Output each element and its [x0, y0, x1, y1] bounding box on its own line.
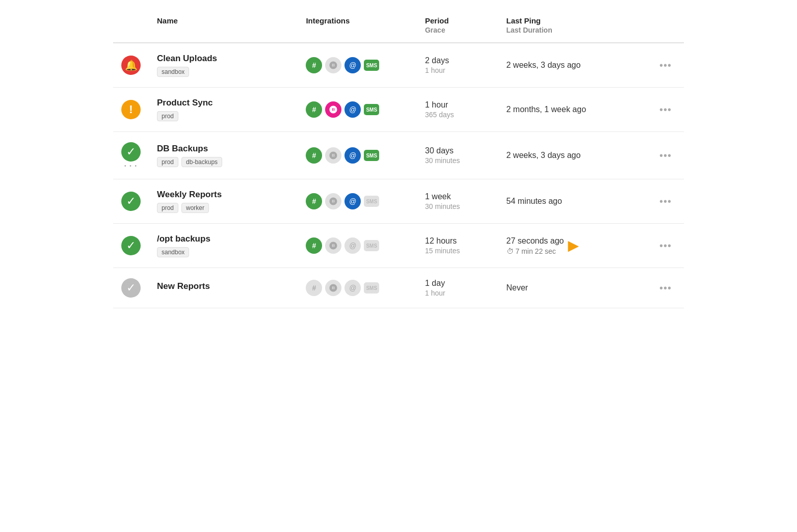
actions-menu-button[interactable]: ••• [655, 194, 676, 209]
tags-container: proddb-backups [157, 157, 289, 167]
actions-cell[interactable]: ••• [647, 224, 684, 268]
ping-info: Never [507, 283, 528, 292]
grace-value: 1 hour [425, 289, 490, 297]
ping-row: 54 minutes ago [507, 197, 639, 206]
actions-cell[interactable]: ••• [647, 88, 684, 132]
grace-value: 365 days [425, 111, 490, 119]
integration-icons: # @ SMS [306, 57, 409, 73]
ping-row: 2 months, 1 week ago [507, 105, 639, 114]
status-sub: ✓ [121, 236, 141, 255]
sms-integration-icon: SMS [364, 104, 379, 115]
actions-menu-button[interactable]: ••• [655, 280, 676, 296]
ping-row: 2 weeks, 3 days ago [507, 61, 639, 70]
period-value: 2 days [425, 56, 490, 65]
ping-info: 54 minutes ago [507, 197, 562, 206]
col-actions [647, 10, 684, 43]
actions-menu-button[interactable]: ••• [655, 102, 676, 118]
tag: db-backups [181, 157, 222, 167]
main-container: Name Integrations Period Grace Last Ping… [93, 0, 704, 318]
email-integration-icon: @ [344, 193, 361, 209]
status-dots: • • • [124, 163, 138, 169]
webhook-integration-icon [325, 101, 341, 118]
ping-cell: 27 seconds ago ⏱ 7 min 22 sec ◀ [498, 224, 647, 268]
actions-cell[interactable]: ••• [647, 43, 684, 88]
tag: prod [157, 111, 178, 121]
name-cell[interactable]: /opt backups sandbox [149, 224, 298, 268]
status-cell: ✓ [113, 224, 149, 268]
grace-value: 1 hour [425, 66, 490, 74]
period-value: 12 hours [425, 236, 490, 246]
ping-info: 2 weeks, 3 days ago [507, 61, 581, 70]
status-ok-icon: ✓ [121, 142, 141, 162]
hash-integration-icon: # [306, 193, 322, 209]
duration-value: 7 min 22 sec [516, 247, 556, 255]
table-row: 🔔 Clean Uploads sandbox # @ SMS 2 days 1… [113, 43, 684, 88]
integrations-cell: # @ SMS [298, 268, 417, 308]
name-cell[interactable]: Product Sync prod [149, 88, 298, 132]
integrations-cell: # @ SMS [298, 179, 417, 224]
last-ping-value: Never [507, 283, 528, 292]
period-cell: 1 hour 365 days [417, 88, 498, 132]
status-warning-icon: ! [121, 100, 141, 119]
period-cell: 1 day 1 hour [417, 268, 498, 308]
ping-cell: 2 weeks, 3 days ago [498, 43, 647, 88]
last-ping-value: 54 minutes ago [507, 197, 562, 206]
col-integrations: Integrations [298, 10, 417, 43]
period-cell: 2 days 1 hour [417, 43, 498, 88]
period-value: 30 days [425, 146, 490, 155]
hash-integration-icon: # [306, 237, 322, 254]
email-integration-icon: @ [344, 101, 361, 118]
webhook-integration-icon [325, 147, 341, 164]
status-cell: 🔔 [113, 43, 149, 88]
sms-integration-icon: SMS [364, 60, 379, 71]
actions-cell[interactable]: ••• [647, 132, 684, 179]
status-cell: ! [113, 88, 149, 132]
ping-cell: Never [498, 268, 647, 308]
ping-row: 2 weeks, 3 days ago [507, 151, 639, 160]
integration-icons: # @ SMS [306, 237, 409, 254]
name-cell[interactable]: DB Backups proddb-backups [149, 132, 298, 179]
actions-menu-button[interactable]: ••• [655, 238, 676, 254]
last-ping-value: 2 months, 1 week ago [507, 105, 587, 114]
status-alert-icon: 🔔 [121, 56, 141, 75]
email-integration-icon: @ [344, 147, 361, 164]
period-value: 1 hour [425, 100, 490, 110]
last-ping-value: 2 weeks, 3 days ago [507, 151, 581, 160]
arrow-icon: ◀ [568, 238, 579, 253]
integrations-cell: # @ SMS [298, 88, 417, 132]
actions-cell[interactable]: ••• [647, 268, 684, 308]
period-cell: 12 hours 15 minutes [417, 224, 498, 268]
actions-menu-button[interactable]: ••• [655, 148, 676, 164]
check-name: Product Sync [157, 98, 289, 108]
actions-menu-button[interactable]: ••• [655, 58, 676, 73]
integration-icons: # @ SMS [306, 280, 409, 296]
tag: prod [157, 203, 178, 213]
actions-cell[interactable]: ••• [647, 179, 684, 224]
ping-row: Never [507, 283, 639, 292]
name-cell[interactable]: Clean Uploads sandbox [149, 43, 298, 88]
tag: prod [157, 157, 178, 167]
sms-integration-icon: SMS [364, 282, 379, 294]
hash-integration-icon: # [306, 147, 322, 164]
clock-icon: ⏱ [507, 247, 514, 255]
status-cell: ✓ • • • [113, 132, 149, 179]
period-value: 1 week [425, 192, 490, 201]
integrations-cell: # @ SMS [298, 43, 417, 88]
checks-table: Name Integrations Period Grace Last Ping… [113, 10, 684, 308]
sms-integration-icon: SMS [364, 196, 379, 207]
table-row: ✓ Weekly Reports prodworker # @ SMS 1 we… [113, 179, 684, 224]
table-row: ! Product Sync prod # @ SMS 1 hour 365 d… [113, 88, 684, 132]
name-cell[interactable]: Weekly Reports prodworker [149, 179, 298, 224]
col-period: Period Grace [417, 10, 498, 43]
table-row: ✓ /opt backups sandbox # @ SMS 12 hours … [113, 224, 684, 268]
status-ok-icon: ✓ [121, 192, 141, 211]
check-name: DB Backups [157, 144, 289, 154]
name-cell[interactable]: New Reports [149, 268, 298, 308]
hash-integration-icon: # [306, 101, 322, 118]
last-ping-value: 2 weeks, 3 days ago [507, 61, 581, 70]
table-row: ✓ • • • DB Backups proddb-backups # @ SM… [113, 132, 684, 179]
col-name: Name [149, 10, 298, 43]
status-sub: ✓ • • • [121, 142, 141, 169]
webhook-integration-icon [325, 280, 341, 296]
integration-icons: # @ SMS [306, 193, 409, 209]
